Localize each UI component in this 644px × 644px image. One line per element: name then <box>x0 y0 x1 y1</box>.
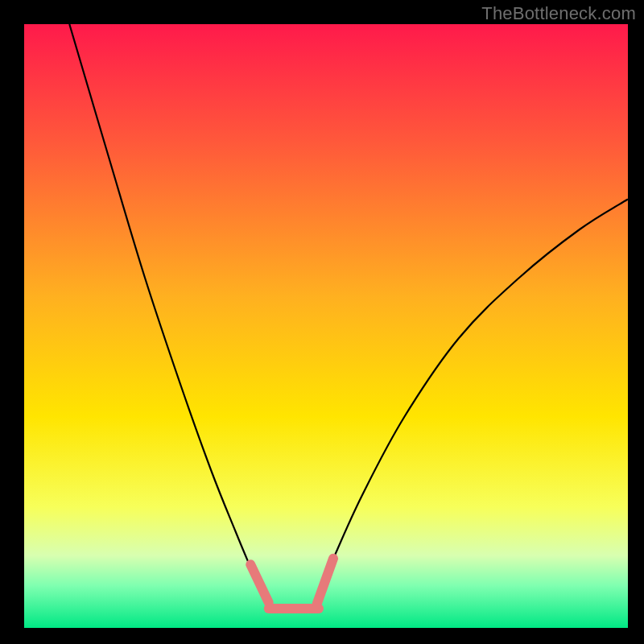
plot-background <box>24 24 628 628</box>
chart-svg <box>0 0 644 644</box>
chart-frame: { "watermark": "TheBottleneck.com", "cha… <box>0 0 644 644</box>
watermark-text: TheBottleneck.com <box>481 3 636 24</box>
